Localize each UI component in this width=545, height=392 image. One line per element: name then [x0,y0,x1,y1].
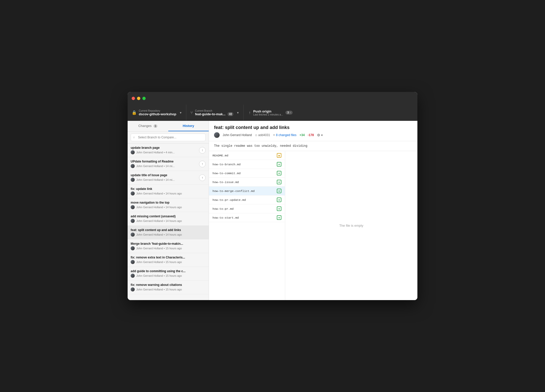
file-name: how-to-merge-conflict.md [213,189,275,193]
file-name: README.md [213,154,275,157]
commit-message-body: The single readme was too unwieldy, need… [209,141,417,151]
push-commit-button[interactable]: ↑ [199,161,206,167]
commit-author-time: John Gerrard Holland • 14 hours ago [136,192,182,195]
commit-title: add missing content (unsaved) [131,215,206,218]
commit-title: fix: remove warning about citations [131,283,206,287]
commit-item[interactable]: fix: remove warning about citationsJohn … [128,281,209,294]
fullscreen-button[interactable] [142,97,146,100]
push-arrow-icon: ↑ [249,110,251,115]
toolbar: 🔒 Current Repository dscov-github-worksh… [128,105,417,121]
file-item[interactable]: README.md● [209,151,285,160]
settings-icon[interactable]: ⚙ ▼ [317,133,323,137]
commit-author-time: John Gerrard Holland • 15 hours ago [136,288,182,291]
commit-title: add guide to committing using the c... [131,269,206,273]
commit-info: Merge branch 'feat-guide-to-makin...John… [131,242,206,250]
sidebar: Changes 1 History ⑂ update branch pageJo… [128,121,209,300]
changes-badge: 1 [154,124,158,128]
commit-avatar [131,260,135,264]
commit-meta: John Gerrard Holland • 14 mi... [131,178,197,182]
commit-avatar [131,246,135,250]
commit-author-time: John Gerrard Holland • 15 hours ago [136,260,182,264]
file-item[interactable]: how-to-branch.md+ [209,160,285,169]
commit-title: fix: update link [131,187,206,191]
commit-info: update title of Issue pageJohn Gerrard H… [131,173,197,182]
file-name: how-to-start.md [213,216,275,219]
commit-meta: John Gerrard Holland • 15 hours ago [131,260,206,264]
commit-title: update branch page [131,146,197,150]
diff-view: The file is empty [285,151,417,300]
commit-meta: John Gerrard Holland • 15 hours ago [131,287,206,291]
close-button[interactable] [132,97,135,100]
repo-label: Current Repository [139,109,176,112]
file-status-icon: + [277,189,281,193]
push-sub: Last fetched 2 minutes a... [253,113,283,116]
commit-avatar [131,287,135,291]
commit-info: fix: remove warning about citationsJohn … [131,283,206,291]
commit-header: feat: split content up and add links Joh… [209,121,417,141]
file-item[interactable]: how-to-issue.md+ [209,178,285,187]
changed-files-link[interactable]: + 8 changed files [273,133,296,137]
file-item[interactable]: how-to-pr.md+ [209,204,285,213]
push-section[interactable]: ↑ Push origin Last fetched 2 minutes a..… [244,105,417,121]
file-name: how-to-issue.md [213,181,275,184]
push-count-badge: 3 ↑ [285,111,293,115]
file-item[interactable]: how-to-pr-update.md+ [209,195,285,204]
branch-name: feat-guide-to-mak... [195,112,225,116]
branch-icon: ⑂ [190,110,193,115]
commit-item[interactable]: UPdate formatting of ReadmeJohn Gerrard … [128,157,209,171]
push-commit-button[interactable]: ↑ [199,147,206,154]
additions: +34 [299,133,305,137]
file-name: how-to-commit.md [213,172,275,175]
commit-avatar [131,205,135,209]
branch-section[interactable]: ⑂ Current Branch feat-guide-to-mak... #2… [186,105,244,121]
file-item[interactable]: how-to-start.md+ [209,213,285,222]
commit-item[interactable]: update branch pageJohn Gerrard Holland •… [128,143,209,157]
commit-title: feat: split content up and add links [131,228,206,232]
tab-history[interactable]: History [168,121,209,131]
commit-info: move navigation to the topJohn Gerrard H… [131,201,206,209]
branch-compare-wrapper: ⑂ [131,134,206,141]
commit-meta: John Gerrard Holland • 4 min... [131,150,197,154]
commit-item[interactable]: add missing content (unsaved)John Gerrar… [128,212,209,226]
commit-item[interactable]: fix: update linkJohn Gerrard Holland • 1… [128,185,209,198]
commit-item[interactable]: feat: split content up and add linksJohn… [128,226,209,239]
commit-author-time: John Gerrard Holland • 14 mi... [136,178,175,181]
diff-empty-message: The file is empty [339,224,364,227]
commit-item[interactable]: update title of Issue pageJohn Gerrard H… [128,171,209,185]
commit-avatar [131,219,135,223]
commit-avatar [131,178,135,182]
commit-hash: ⊙ add4031 [255,133,270,137]
file-status-icon: + [277,198,281,202]
commit-item[interactable]: Merge branch 'feat-guide-to-makin...John… [128,239,209,253]
minimize-button[interactable] [137,97,140,100]
app-window: 🔒 Current Repository dscov-github-worksh… [128,92,417,300]
commit-item[interactable]: fix: remove extra text in Characteris...… [128,253,209,267]
pr-badge: #2 [228,112,233,116]
branch-compare-input[interactable] [131,134,206,141]
commit-author-time: John Gerrard Holland • 14 hours ago [136,233,182,236]
commit-meta: John Gerrard Holland • 14 mi... [131,164,197,168]
commit-title: Merge branch 'feat-guide-to-makin... [131,242,206,246]
repo-section[interactable]: 🔒 Current Repository dscov-github-worksh… [128,105,186,121]
file-item[interactable]: how-to-commit.md+ [209,169,285,178]
file-item[interactable]: how-to-merge-conflict.md+ [209,187,285,195]
push-label: Push origin [253,109,283,113]
repo-chevron-icon: ▼ [179,111,182,114]
commit-avatar [131,191,135,195]
commit-author-time: John Gerrard Holland • 15 hours ago [136,274,182,277]
commit-avatar [131,150,135,154]
commit-item[interactable]: add guide to committing using the c...Jo… [128,267,209,281]
lock-icon: 🔒 [132,110,137,115]
commit-list: update branch pageJohn Gerrard Holland •… [128,143,209,300]
commit-title: update title of Issue page [131,173,197,177]
file-diff-area: README.md●how-to-branch.md+how-to-commit… [209,151,417,300]
commit-info: UPdate formatting of ReadmeJohn Gerrard … [131,160,197,168]
deletions: -178 [308,133,314,137]
file-name: how-to-pr-update.md [213,198,275,202]
tab-changes[interactable]: Changes 1 [128,121,168,131]
commit-details-row: John Gerrard Holland ⊙ add4031 + 8 chang… [214,132,412,138]
commit-item[interactable]: move navigation to the topJohn Gerrard H… [128,198,209,212]
push-commit-button[interactable]: ↑ [199,174,206,181]
file-status-icon: + [277,171,281,175]
file-status-icon: + [277,162,281,167]
